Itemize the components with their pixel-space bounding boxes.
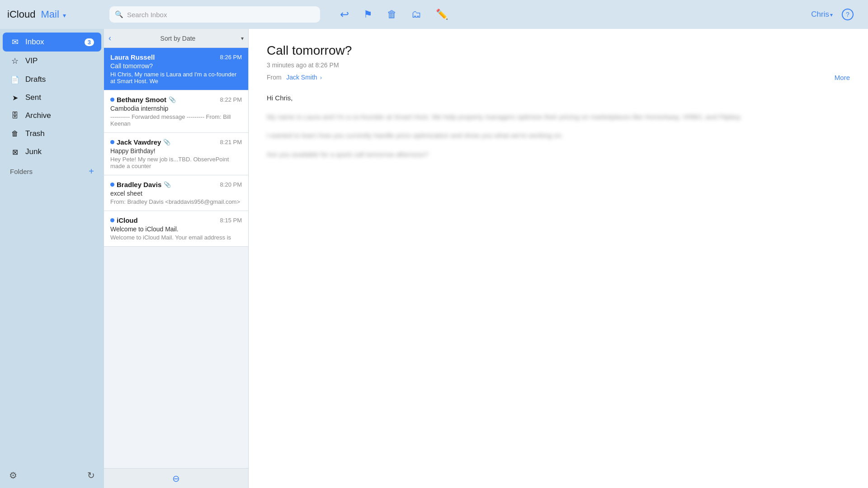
email-item-top: Bethany Smoot 📎 8:22 PM — [110, 96, 242, 103]
add-folder-button[interactable]: + — [89, 166, 94, 177]
sidebar-item-sent[interactable]: ➤ Sent — [3, 89, 101, 107]
email-detail: Call tomorrow? 3 minutes ago at 8:26 PM … — [249, 29, 868, 488]
archive-label: Archive — [25, 111, 94, 120]
folder-icon[interactable]: 🗂 — [411, 9, 421, 20]
email-item[interactable]: Bethany Smoot 📎 8:22 PM Cambodia interns… — [104, 90, 248, 133]
sent-label: Sent — [25, 93, 94, 102]
toolbar: ↩ ⚑ 🗑 🗂 ✏️ Chris▾ ? — [326, 8, 868, 21]
email-body-paragraph-1: My name is Laura and I'm a co-founder at… — [267, 111, 850, 123]
email-subject: Cambodia internship — [110, 105, 242, 112]
sidebar-item-drafts[interactable]: 📄 Drafts — [3, 70, 101, 89]
help-button[interactable]: ? — [842, 9, 854, 20]
compose-icon[interactable]: ✏️ — [436, 9, 448, 20]
email-item[interactable]: Bradley Davis 📎 8:20 PM excel sheet From… — [104, 175, 248, 211]
sidebar-item-trash[interactable]: 🗑 Trash — [3, 125, 101, 143]
email-greeting: Hi Chris, — [267, 92, 850, 104]
sidebar-item-archive[interactable]: 🗄 Archive — [3, 107, 101, 125]
email-subject: excel sheet — [110, 190, 242, 197]
email-item-top: Bradley Davis 📎 8:20 PM — [110, 181, 242, 188]
email-detail-time: 3 minutes ago at 8:26 PM — [267, 61, 850, 69]
sent-icon: ➤ — [10, 94, 20, 102]
email-list: Laura Russell 8:26 PM Call tomorrow? Hi … — [104, 48, 248, 468]
inbox-label: Inbox — [25, 38, 79, 47]
settings-icon[interactable]: ⚙ — [9, 470, 17, 481]
search-input[interactable]: Search Inbox — [127, 11, 167, 19]
app-title-icloud: iCloud — [7, 9, 35, 20]
attachment-icon: 📎 — [163, 139, 170, 145]
email-time: 8:22 PM — [220, 96, 242, 103]
email-preview: Hi Chris, My name is Laura and I'm a co-… — [110, 71, 242, 84]
trash-label: Trash — [25, 129, 94, 138]
email-sender: Bradley Davis — [117, 181, 161, 188]
main-layout: ✉ Inbox 3 ☆ VIP 📄 Drafts ➤ Sent 🗄 Archiv… — [0, 29, 868, 488]
email-body-paragraph-3: Are you available for a quick call tomor… — [267, 149, 850, 160]
sort-label[interactable]: Sort by Date — [115, 35, 241, 42]
inbox-icon: ✉ — [10, 37, 20, 47]
search-bar[interactable]: 🔍 Search Inbox — [109, 6, 320, 23]
drafts-label: Drafts — [25, 75, 94, 84]
email-list-footer: ⊖ — [104, 468, 248, 488]
email-sender: Bethany Smoot — [117, 96, 166, 103]
drafts-icon: 📄 — [10, 75, 20, 84]
vip-icon: ☆ — [10, 56, 20, 66]
sidebar-item-vip[interactable]: ☆ VIP — [3, 52, 101, 70]
back-arrow[interactable]: ‹ — [108, 33, 111, 43]
app-title-mail: Mail — [41, 9, 59, 20]
email-preview: Hey Pete! My new job is...TBD. ObservePo… — [110, 156, 242, 169]
sidebar-item-junk[interactable]: ⊠ Junk — [3, 143, 101, 161]
email-subject: Call tomorrow? — [110, 62, 242, 70]
search-container: 🔍 Search Inbox — [104, 6, 326, 23]
vip-label: VIP — [25, 56, 94, 66]
email-detail-title: Call tomorrow? — [267, 43, 850, 58]
email-list-header: ‹ Sort by Date ▾ — [104, 29, 248, 48]
folders-header: Folders + — [0, 161, 104, 178]
email-time: 8:20 PM — [220, 181, 242, 188]
from-chevron[interactable]: › — [320, 75, 322, 81]
email-sender: Laura Russell — [110, 53, 155, 61]
email-item[interactable]: Jack Vawdrey 📎 8:21 PM Happy Birthday! H… — [104, 133, 248, 175]
reply-icon[interactable]: ↩ — [340, 8, 349, 21]
more-link[interactable]: More — [835, 74, 850, 81]
email-subject: Welcome to iCloud Mail. — [110, 225, 242, 233]
trash-sidebar-icon: 🗑 — [10, 130, 20, 138]
trash-icon[interactable]: 🗑 — [387, 9, 397, 20]
filter-icon[interactable]: ⊖ — [172, 473, 180, 484]
email-time: 8:26 PM — [220, 54, 242, 61]
unread-dot — [110, 218, 114, 222]
refresh-icon[interactable]: ↻ — [87, 470, 95, 481]
email-time: 8:15 PM — [220, 217, 242, 224]
email-item-top: Jack Vawdrey 📎 8:21 PM — [110, 138, 242, 146]
inbox-badge: 3 — [85, 38, 94, 46]
email-item-top: Laura Russell 8:26 PM — [110, 53, 242, 61]
flag-icon[interactable]: ⚑ — [363, 9, 373, 20]
email-sender: Jack Vawdrey — [117, 138, 161, 146]
attachment-icon: 📎 — [164, 181, 171, 188]
attachment-icon: 📎 — [169, 96, 176, 103]
email-subject: Happy Birthday! — [110, 147, 242, 155]
email-item-top: iCloud 8:15 PM — [110, 216, 242, 224]
email-detail-from: From Jack Smith › More — [267, 73, 850, 81]
email-list-panel: ‹ Sort by Date ▾ Laura Russell 8:26 PM C… — [104, 29, 249, 488]
email-item[interactable]: Laura Russell 8:26 PM Call tomorrow? Hi … — [104, 48, 248, 90]
email-time: 8:21 PM — [220, 139, 242, 145]
from-label: From — [267, 74, 282, 81]
sidebar-item-inbox[interactable]: ✉ Inbox 3 — [3, 33, 101, 52]
email-item[interactable]: iCloud 8:15 PM Welcome to iCloud Mail. W… — [104, 211, 248, 247]
email-preview: From: Bradley Davis <braddavis956@gmail.… — [110, 198, 242, 205]
email-sender: iCloud — [117, 216, 138, 224]
unread-dot — [110, 140, 114, 144]
search-icon: 🔍 — [115, 10, 123, 19]
from-name[interactable]: Jack Smith — [286, 74, 317, 81]
sort-dropdown-arrow[interactable]: ▾ — [241, 35, 244, 42]
top-bar: iCloud Mail ▾ 🔍 Search Inbox ↩ ⚑ 🗑 🗂 ✏️ … — [0, 0, 868, 29]
email-preview: Welcome to iCloud Mail. Your email addre… — [110, 234, 242, 241]
sidebar: ✉ Inbox 3 ☆ VIP 📄 Drafts ➤ Sent 🗄 Archiv… — [0, 29, 104, 488]
app-dropdown-icon[interactable]: ▾ — [63, 12, 66, 19]
user-name[interactable]: Chris▾ — [811, 10, 833, 19]
email-body-paragraph-2: I wanted to learn how you currently hand… — [267, 130, 850, 141]
folders-label: Folders — [10, 168, 33, 175]
toolbar-right: Chris▾ ? — [811, 9, 854, 20]
app-brand: iCloud Mail ▾ — [0, 9, 104, 20]
unread-dot — [110, 183, 114, 187]
archive-icon: 🗄 — [10, 112, 20, 120]
